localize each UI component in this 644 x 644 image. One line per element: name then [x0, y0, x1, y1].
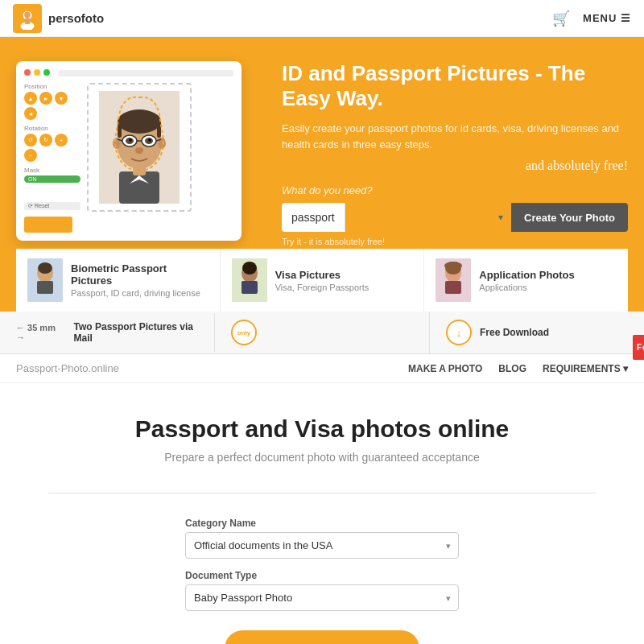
app-mockup: Position ▲ ► ▼ ◄ Rotation ↺ ↻ + − [16, 61, 242, 241]
main-title: Passport and Visa photos online [48, 415, 596, 443]
visa-info: Visa Pictures Visa, Foreign Passports [275, 269, 369, 292]
hero-form: passport visa ID card Create Your Photo [282, 203, 628, 232]
visa-thumb [232, 258, 267, 302]
application-subtitle: Applications [479, 283, 574, 292]
svg-point-10 [118, 109, 161, 134]
position-label: Position [24, 83, 80, 90]
svg-rect-4 [25, 18, 30, 24]
ctrl-up[interactable]: ▲ [24, 92, 37, 105]
footer-brand: Passport-Photo.online [16, 362, 119, 374]
nav-blog[interactable]: BLOG [498, 363, 526, 374]
svg-point-28 [38, 262, 52, 274]
hero-right: ID and Passport Pictures - The Easy Way.… [282, 53, 628, 246]
svg-rect-35 [445, 281, 461, 294]
create-photo-button[interactable]: Create Your Photo [511, 203, 628, 232]
application-thumb [436, 258, 471, 302]
header: persofoto 🛒 MENU ☰ [0, 0, 644, 37]
mockup-photo-area [87, 83, 233, 233]
document-type-select[interactable]: Baby Passport Photo US Passport Photo [185, 584, 459, 611]
close-dot [24, 69, 31, 76]
svg-rect-31 [242, 281, 258, 294]
svg-rect-12 [157, 122, 161, 138]
hero-form-label: What do you need? [282, 184, 628, 196]
footer-nav-links: MAKE A PHOTO BLOG REQUIREMENTS ▾ [408, 363, 628, 374]
rotation-label: Rotation [24, 125, 80, 132]
logo-area: persofoto [13, 4, 104, 33]
category-item-biometric[interactable]: Biometric Passport Pictures Passport, ID… [16, 249, 221, 312]
svg-rect-27 [37, 281, 53, 294]
ctrl-cw[interactable]: ↻ [39, 134, 52, 147]
biometric-thumb [27, 258, 63, 302]
category-bar: Biometric Passport Pictures Passport, ID… [16, 246, 628, 312]
ctrl-zoom-out[interactable]: − [24, 149, 37, 162]
ctrl-zoom-in[interactable]: + [55, 134, 68, 147]
passport-select-wrapper: passport visa ID card [282, 203, 511, 232]
steps-bar: ← 35 mm → Two Passport Pictures via Mail… [0, 312, 644, 354]
svg-point-37 [445, 262, 461, 275]
mockup-body: Position ▲ ► ▼ ◄ Rotation ↺ ↻ + − [24, 83, 233, 233]
category-select[interactable]: Official documents in the USA European d… [185, 532, 459, 559]
application-info: Application Photos Applications [479, 269, 574, 292]
document-type-label: Document Type [185, 570, 459, 581]
upload-photo-button[interactable]: UPLOAD A PHOTO [225, 630, 419, 644]
passport-select[interactable]: passport visa ID card [282, 203, 345, 232]
svg-point-3 [24, 11, 31, 18]
rotation-controls: ↺ ↻ + − [24, 134, 80, 162]
ctrl-right[interactable]: ► [39, 92, 52, 105]
position-controls: ▲ ► ▼ ◄ [24, 92, 80, 120]
svg-point-22 [129, 138, 132, 142]
hero-title: ID and Passport Pictures - The Easy Way. [282, 61, 628, 111]
step-dimension: ← 35 mm → [16, 323, 61, 342]
hero-free-text: and absolutely free! [282, 159, 628, 173]
hero-subtitle: Easily create your passport photos for i… [282, 121, 628, 152]
mockup-photo-box [87, 83, 192, 212]
document-select-wrap: Baby Passport Photo US Passport Photo [185, 584, 459, 611]
mockup-download-bar [24, 217, 72, 233]
category-item-visa[interactable]: Visa Pictures Visa, Foreign Passports [221, 249, 425, 312]
logo-text: persofoto [48, 11, 104, 25]
step-1-strong: Two Passport Pictures via Mail [74, 321, 198, 344]
step-item-2: only [215, 312, 430, 353]
hero-left: Position ▲ ► ▼ ◄ Rotation ↺ ↻ + − [16, 53, 266, 246]
step-1-text: Two Passport Pictures via Mail [74, 321, 198, 344]
svg-point-32 [242, 262, 257, 275]
mask-toggle[interactable]: ON [24, 175, 80, 183]
visa-title: Visa Pictures [275, 269, 369, 281]
visa-subtitle: Visa, Foreign Passports [275, 283, 369, 292]
menu-button[interactable]: MENU ☰ [583, 12, 631, 24]
photo-form: Category Name Official documents in the … [185, 518, 459, 611]
step-3-circle: ↓ [446, 320, 472, 345]
step-2-circle: only [231, 320, 257, 345]
ctrl-left[interactable]: ◄ [24, 107, 37, 120]
mockup-toolbar [24, 69, 233, 76]
step-item-3: ↓ Free Download [430, 312, 644, 353]
biometric-info: Biometric Passport Pictures Passport, ID… [71, 262, 208, 298]
nav-make-photo[interactable]: MAKE A PHOTO [408, 363, 482, 374]
reset-button[interactable]: ⟳ Reset [24, 202, 80, 210]
hero-try-text: Try it - it is absolutely free! [282, 237, 628, 246]
address-bar [58, 70, 233, 76]
main-subtitle: Prepare a perfect document photo with gu… [48, 451, 596, 464]
step-2-label: only [237, 329, 250, 336]
svg-point-24 [135, 147, 143, 154]
hero-section: Position ▲ ► ▼ ◄ Rotation ↺ ↻ + − [0, 37, 644, 312]
cart-icon[interactable]: 🛒 [552, 10, 570, 27]
ctrl-ccw[interactable]: ↺ [24, 134, 37, 147]
mockup-sidebar: Position ▲ ► ▼ ◄ Rotation ↺ ↻ + − [24, 83, 80, 233]
header-right: 🛒 MENU ☰ [552, 10, 631, 27]
biometric-subtitle: Passport, ID card, driving license [71, 288, 208, 298]
footer-nav: Passport-Photo.online MAKE A PHOTO BLOG … [0, 354, 644, 383]
feedback-tab[interactable]: Feedback [633, 335, 644, 360]
step-3-label: ↓ [456, 327, 462, 339]
category-item-application[interactable]: Application Photos Applications [424, 249, 628, 312]
biometric-title: Biometric Passport Pictures [71, 262, 208, 287]
content-divider [48, 493, 596, 493]
maximize-dot [43, 69, 50, 76]
step-item-1: ← 35 mm → Two Passport Pictures via Mail [0, 313, 215, 352]
step-3-strong: Free Download [480, 327, 549, 338]
nav-requirements[interactable]: REQUIREMENTS ▾ [543, 363, 628, 374]
minimize-dot [34, 69, 40, 76]
ctrl-down[interactable]: ▼ [55, 92, 68, 105]
step-3-text: Free Download [480, 327, 549, 338]
logo-icon [13, 4, 42, 33]
